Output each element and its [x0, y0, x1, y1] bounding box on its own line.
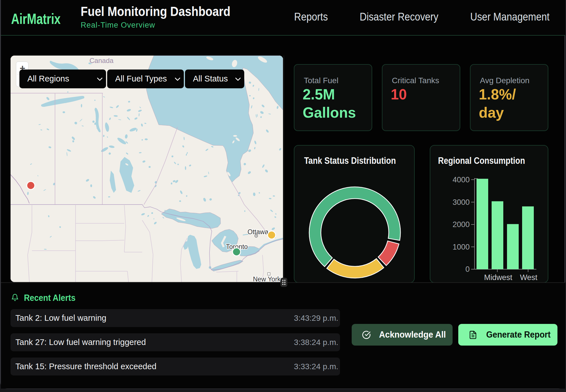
svg-text:Canada: Canada: [89, 57, 114, 64]
svg-text:Ottawa: Ottawa: [248, 228, 268, 236]
svg-text:Midwest: Midwest: [484, 273, 512, 282]
svg-text:1000: 1000: [453, 243, 470, 251]
svg-text:West: West: [520, 273, 538, 282]
svg-text:4000: 4000: [453, 175, 470, 184]
svg-text:2000: 2000: [453, 220, 470, 229]
svg-text:0: 0: [465, 265, 470, 273]
svg-text:3000: 3000: [453, 198, 470, 207]
svg-text:New York: New York: [253, 275, 281, 282]
